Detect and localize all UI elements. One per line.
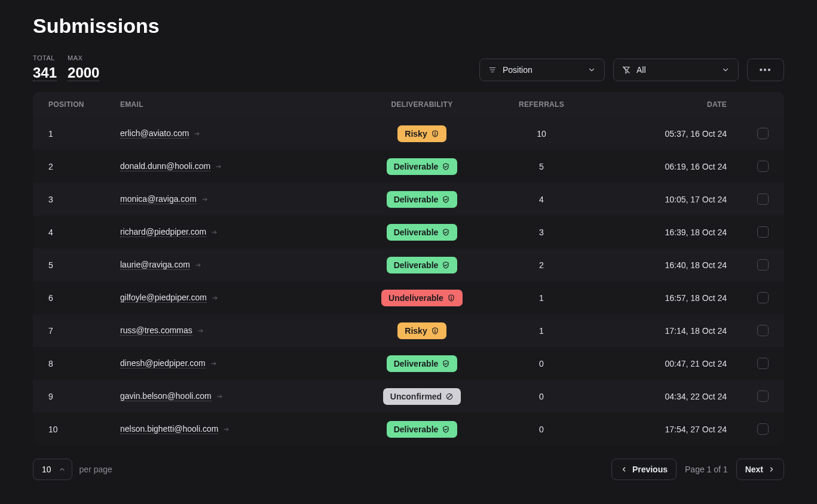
email-link[interactable]: russ@tres.commas (120, 325, 192, 336)
more-actions-button[interactable]: ••• (747, 59, 784, 81)
cell-position: 8 (48, 359, 120, 368)
chevron-down-icon (721, 66, 730, 74)
cell-referrals: 3 (494, 228, 589, 237)
table-row: 8dinesh@piedpiper.comDeliverable000:47, … (33, 347, 784, 380)
per-page-label: per page (79, 465, 112, 474)
cell-referrals: 2 (494, 260, 589, 270)
table-row: 5laurie@raviga.comDeliverable216:40, 18 … (33, 248, 784, 281)
chevron-down-icon (587, 66, 596, 74)
email-link[interactable]: donald.dunn@hooli.com (120, 161, 210, 171)
cell-position: 4 (48, 228, 120, 237)
arrow-right-icon (197, 327, 204, 334)
email-link[interactable]: dinesh@piedpiper.com (120, 358, 206, 368)
cell-date: 05:37, 16 Oct 24 (589, 129, 727, 139)
page-info: Page 1 of 1 (685, 465, 728, 474)
row-checkbox[interactable] (757, 128, 769, 139)
shield-icon (447, 294, 455, 302)
filter-select[interactable]: All (613, 59, 739, 81)
email-link[interactable]: laurie@raviga.com (120, 260, 190, 270)
table-row: 10nelson.bighetti@hooli.comDeliverable01… (33, 413, 784, 445)
col-referrals: REFERRALS (494, 100, 589, 109)
cell-deliverability: Undeliverable (350, 290, 494, 306)
filter-select-value: All (637, 65, 646, 75)
row-checkbox[interactable] (757, 358, 769, 369)
cell-deliverability: Deliverable (350, 191, 494, 208)
stat-max-label: MAX (68, 54, 99, 62)
cell-email: russ@tres.commas (120, 325, 350, 336)
arrow-right-icon (194, 130, 201, 137)
row-checkbox[interactable] (757, 226, 769, 238)
cell-date: 16:39, 18 Oct 24 (589, 228, 727, 237)
shield-icon (442, 162, 450, 171)
cell-email: erlich@aviato.com (120, 128, 350, 139)
cell-referrals: 0 (494, 392, 589, 401)
deliverability-badge: Deliverable (387, 421, 458, 438)
row-checkbox[interactable] (757, 391, 769, 402)
chevron-left-icon (620, 466, 628, 473)
shield-icon (442, 195, 450, 204)
cell-deliverability: Risky (350, 125, 494, 142)
shield-icon (445, 392, 454, 401)
table-row: 2donald.dunn@hooli.comDeliverable506:19,… (33, 150, 784, 183)
arrow-right-icon (215, 163, 222, 170)
stat-total-value: 341 (33, 65, 57, 81)
svg-point-17 (434, 332, 435, 333)
cell-date: 17:54, 27 Oct 24 (589, 425, 727, 434)
cell-date: 16:40, 18 Oct 24 (589, 260, 727, 270)
svg-line-21 (448, 394, 452, 398)
email-link[interactable]: nelson.bighetti@hooli.com (120, 424, 218, 434)
cell-email: laurie@raviga.com (120, 260, 350, 270)
deliverability-badge: Risky (397, 125, 446, 142)
row-checkbox[interactable] (757, 161, 769, 172)
cell-referrals: 5 (494, 162, 589, 171)
cell-referrals: 0 (494, 359, 589, 368)
arrow-right-icon (211, 229, 218, 236)
cell-deliverability: Risky (350, 322, 494, 339)
page-title: Submissions (33, 14, 784, 38)
previous-button[interactable]: Previous (611, 459, 677, 480)
email-link[interactable]: monica@raviga.com (120, 194, 197, 204)
chevron-right-icon (768, 466, 775, 473)
badge-label: Unconfirmed (390, 392, 442, 401)
next-label: Next (745, 465, 763, 474)
cell-position: 5 (48, 260, 120, 270)
cell-referrals: 1 (494, 326, 589, 336)
table-row: 3monica@raviga.comDeliverable410:05, 17 … (33, 183, 784, 216)
cell-deliverability: Unconfirmed (350, 388, 494, 405)
filter-icon (622, 66, 631, 74)
shield-icon (431, 130, 439, 138)
row-checkbox[interactable] (757, 193, 769, 205)
cell-email: dinesh@piedpiper.com (120, 358, 350, 368)
email-link[interactable]: gilfoyle@piedpiper.com (120, 293, 207, 303)
email-link[interactable]: gavin.belson@hooli.com (120, 391, 212, 401)
stat-total: TOTAL 341 (33, 54, 57, 81)
per-page-select[interactable]: 10 (33, 459, 72, 480)
row-checkbox[interactable] (757, 325, 769, 336)
stat-total-label: TOTAL (33, 54, 57, 62)
deliverability-badge: Undeliverable (381, 290, 463, 306)
cell-email: gilfoyle@piedpiper.com (120, 293, 350, 303)
row-checkbox[interactable] (757, 259, 769, 271)
email-link[interactable]: erlich@aviato.com (120, 128, 189, 139)
cell-email: donald.dunn@hooli.com (120, 161, 350, 171)
deliverability-badge: Deliverable (387, 191, 458, 208)
col-email: EMAIL (120, 100, 350, 109)
cell-position: 1 (48, 129, 120, 139)
cell-date: 17:14, 18 Oct 24 (589, 326, 727, 336)
sort-select[interactable]: Position (479, 59, 605, 81)
shield-icon (442, 425, 450, 434)
row-checkbox[interactable] (757, 292, 769, 303)
email-link[interactable]: richard@piedpiper.com (120, 227, 206, 237)
cell-date: 06:19, 16 Oct 24 (589, 162, 727, 171)
shield-icon (442, 261, 450, 269)
cell-position: 9 (48, 392, 120, 401)
row-checkbox[interactable] (757, 423, 769, 435)
stats-group: TOTAL 341 MAX 2000 (33, 54, 99, 81)
cell-position: 2 (48, 162, 120, 171)
cell-deliverability: Deliverable (350, 421, 494, 438)
cell-date: 10:05, 17 Oct 24 (589, 195, 727, 204)
cell-email: monica@raviga.com (120, 194, 350, 204)
shield-icon (442, 228, 450, 236)
arrow-right-icon (212, 294, 219, 302)
next-button[interactable]: Next (736, 459, 784, 480)
